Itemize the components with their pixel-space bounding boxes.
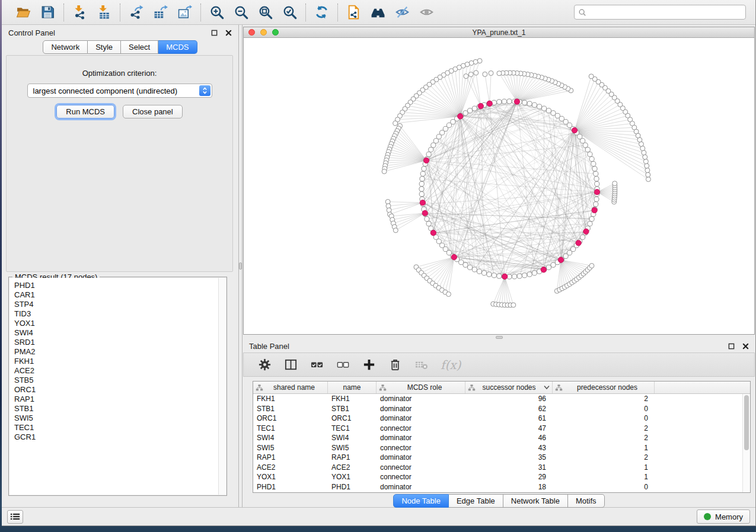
- tab-node-table[interactable]: Node Table: [393, 494, 449, 508]
- table-row[interactable]: RAP1RAP1dominator352: [253, 453, 742, 463]
- network-graph[interactable]: [244, 39, 756, 334]
- table-row[interactable]: SWI4SWI4dominator462: [253, 433, 742, 443]
- cell-successor-nodes[interactable]: 61: [465, 414, 553, 424]
- cell-predecessor-nodes[interactable]: 1: [553, 472, 655, 482]
- cell-MCDS-role[interactable]: dominator: [377, 453, 465, 463]
- mcds-result-item[interactable]: TID3: [14, 309, 218, 319]
- show-all-icon[interactable]: [419, 4, 435, 20]
- cell-predecessor-nodes[interactable]: 1: [553, 443, 655, 453]
- mcds-result-item[interactable]: RAP1: [14, 395, 218, 404]
- table-row[interactable]: ORC1ORC1dominator610: [253, 414, 742, 424]
- add-column-icon[interactable]: [361, 357, 377, 373]
- cell-name[interactable]: RAP1: [328, 453, 377, 463]
- table-settings-icon[interactable]: [257, 357, 273, 373]
- mcds-result-item[interactable]: FKH1: [14, 357, 218, 366]
- mcds-result-item[interactable]: YOX1: [14, 319, 218, 328]
- table-row[interactable]: SWI5SWI5connector431: [253, 443, 742, 453]
- table-row[interactable]: YOX1YOX1connector291: [253, 472, 742, 482]
- export-table-icon[interactable]: [152, 4, 168, 20]
- tab-network[interactable]: Network: [43, 40, 88, 54]
- float-panel-icon[interactable]: [211, 30, 218, 36]
- deselect-all-rows-icon[interactable]: [335, 357, 351, 373]
- cell-name[interactable]: FKH1: [328, 394, 377, 404]
- open-session-icon[interactable]: [15, 4, 31, 20]
- cell-MCDS-role[interactable]: dominator: [377, 414, 465, 424]
- delete-column-icon[interactable]: [387, 357, 403, 373]
- cell-successor-nodes[interactable]: 47: [465, 424, 553, 434]
- cell-shared-name[interactable]: SWI4: [253, 433, 328, 443]
- cell-name[interactable]: STB1: [328, 404, 377, 414]
- save-session-icon[interactable]: [40, 4, 56, 20]
- run-mcds-button[interactable]: Run MCDS: [56, 105, 114, 118]
- cell-name[interactable]: SWI5: [328, 443, 377, 453]
- first-neighbors-icon[interactable]: [370, 4, 386, 20]
- cell-successor-nodes[interactable]: 96: [465, 394, 553, 404]
- cell-successor-nodes[interactable]: 35: [465, 453, 553, 463]
- cell-name[interactable]: YOX1: [328, 472, 377, 482]
- cell-predecessor-nodes[interactable]: 0: [553, 404, 655, 414]
- mcds-result-item[interactable]: TEC1: [14, 423, 218, 432]
- refresh-icon[interactable]: [314, 4, 330, 20]
- tab-edge-table[interactable]: Edge Table: [449, 494, 503, 508]
- table-scrollbar-thumb[interactable]: [744, 395, 749, 450]
- cell-MCDS-role[interactable]: dominator: [377, 394, 465, 404]
- toggle-panel-layout-icon[interactable]: [283, 357, 299, 373]
- mcds-result-item[interactable]: STB5: [14, 376, 218, 385]
- float-table-panel-icon[interactable]: [728, 343, 735, 350]
- cell-shared-name[interactable]: ORC1: [253, 414, 328, 424]
- search-input[interactable]: [589, 8, 742, 17]
- zoom-fit-icon[interactable]: [257, 4, 273, 20]
- cell-shared-name[interactable]: FKH1: [253, 394, 328, 404]
- new-network-from-selection-icon[interactable]: [346, 4, 362, 20]
- criterion-dropdown[interactable]: largest connected component (undirected): [27, 84, 212, 98]
- cell-MCDS-role[interactable]: connector: [377, 443, 465, 453]
- zoom-out-icon[interactable]: [233, 4, 249, 20]
- import-table-icon[interactable]: [96, 4, 112, 20]
- mcds-result-item[interactable]: SWI5: [14, 414, 218, 423]
- tab-network-table[interactable]: Network Table: [503, 494, 568, 508]
- mcds-result-list[interactable]: PHD1CAR1STP4TID3YOX1SWI4SRD1PMA2FKH1ACE2…: [9, 278, 218, 495]
- cell-MCDS-role[interactable]: connector: [377, 463, 465, 473]
- cell-shared-name[interactable]: YOX1: [253, 472, 328, 482]
- cell-shared-name[interactable]: PHD1: [253, 482, 328, 492]
- mcds-result-item[interactable]: SRD1: [14, 338, 218, 347]
- horizontal-splitter-grip[interactable]: [496, 336, 503, 339]
- mcds-result-item[interactable]: CAR1: [14, 290, 218, 300]
- cell-predecessor-nodes[interactable]: 2: [553, 394, 655, 404]
- mcds-result-item[interactable]: PMA2: [14, 347, 218, 357]
- vertical-splitter-grip[interactable]: [239, 262, 242, 270]
- tab-mcds[interactable]: MCDS: [158, 40, 197, 54]
- column-header-shared-name[interactable]: shared name: [253, 382, 328, 393]
- cell-predecessor-nodes[interactable]: 2: [553, 453, 655, 463]
- cell-successor-nodes[interactable]: 31: [465, 463, 553, 473]
- task-history-button[interactable]: [7, 510, 23, 524]
- memory-button[interactable]: Memory: [697, 509, 750, 524]
- cell-name[interactable]: ACE2: [328, 463, 377, 473]
- table-scrollbar[interactable]: [742, 394, 750, 492]
- table-row[interactable]: TEC1TEC1connector472: [253, 424, 742, 434]
- select-all-rows-icon[interactable]: [309, 357, 325, 373]
- cell-MCDS-role[interactable]: dominator: [377, 404, 465, 414]
- cell-predecessor-nodes[interactable]: 1: [553, 463, 655, 473]
- table-row[interactable]: PHD1PHD1dominator180: [253, 482, 742, 492]
- cell-successor-nodes[interactable]: 46: [465, 433, 553, 443]
- cell-predecessor-nodes[interactable]: 2: [553, 424, 655, 434]
- table-row[interactable]: ACE2ACE2connector311: [253, 463, 742, 473]
- tab-style[interactable]: Style: [88, 40, 121, 54]
- import-network-icon[interactable]: [72, 4, 88, 20]
- cell-name[interactable]: TEC1: [328, 424, 377, 434]
- cell-successor-nodes[interactable]: 18: [465, 482, 553, 492]
- cell-shared-name[interactable]: RAP1: [253, 453, 328, 463]
- table-row[interactable]: FKH1FKH1dominator962: [253, 394, 742, 404]
- cell-predecessor-nodes[interactable]: 2: [553, 433, 655, 443]
- export-image-icon[interactable]: [177, 4, 193, 20]
- cell-successor-nodes[interactable]: 62: [465, 404, 553, 414]
- cell-successor-nodes[interactable]: 43: [465, 443, 553, 453]
- mcds-result-item[interactable]: SWI4: [14, 328, 218, 338]
- close-panel-button[interactable]: Close panel: [123, 105, 183, 118]
- cell-shared-name[interactable]: ACE2: [253, 463, 328, 473]
- zoom-in-icon[interactable]: [209, 4, 225, 20]
- zoom-selected-icon[interactable]: [282, 4, 298, 20]
- window-minimize-button[interactable]: [260, 29, 267, 36]
- network-canvas[interactable]: [244, 39, 754, 334]
